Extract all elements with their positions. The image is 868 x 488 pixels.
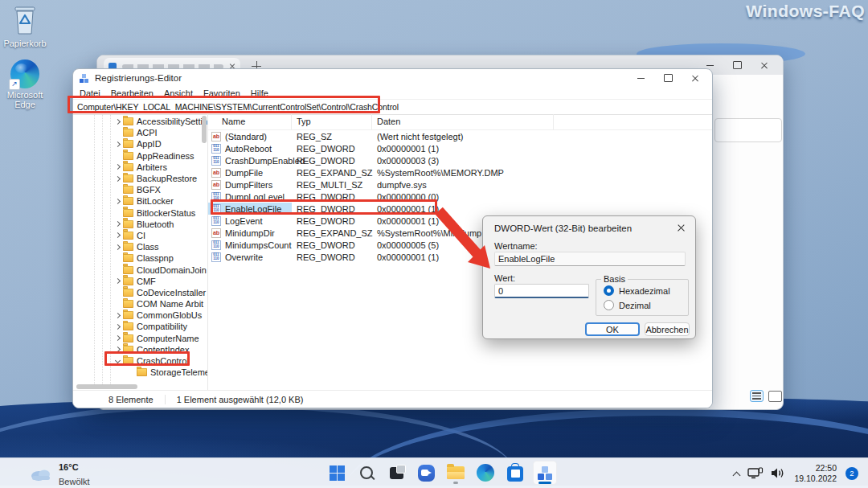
wertname-field[interactable] xyxy=(494,252,686,266)
tree-item[interactable]: CloudDomainJoin xyxy=(73,264,207,275)
chat-button[interactable] xyxy=(414,461,438,485)
maximize-button[interactable] xyxy=(723,55,751,75)
cancel-button[interactable]: Abbrechen xyxy=(645,322,690,336)
chevron-icon[interactable] xyxy=(113,334,121,342)
menu-item[interactable]: Datei xyxy=(80,88,100,98)
explorer-search-box[interactable] xyxy=(714,118,782,142)
tree-item[interactable]: BitlockerStatus xyxy=(73,207,207,219)
chevron-icon[interactable] xyxy=(113,232,121,240)
registry-row[interactable]: CrashDumpEnabled REG_DWORD 0x00000003 (3… xyxy=(208,154,712,166)
network-display-icon[interactable] xyxy=(747,467,764,480)
time: 22:50 xyxy=(816,463,837,473)
value-data: 0x00000001 (1) xyxy=(372,144,439,154)
close-button[interactable] xyxy=(682,69,709,87)
ok-button[interactable]: OK xyxy=(585,322,640,336)
radio-icon[interactable] xyxy=(604,300,614,310)
maximize-button[interactable] xyxy=(654,69,682,87)
tree-item[interactable]: AppReadiness xyxy=(73,150,207,162)
wert-input[interactable] xyxy=(494,284,589,298)
chevron-icon[interactable] xyxy=(113,322,121,330)
chevron-icon[interactable] xyxy=(113,163,121,171)
folder-icon xyxy=(123,186,133,194)
close-button[interactable] xyxy=(751,55,778,75)
chevron-icon[interactable] xyxy=(113,311,121,319)
radio-icon-selected[interactable] xyxy=(604,285,614,296)
menu-item[interactable]: Ansicht xyxy=(164,88,193,98)
column-header-typ[interactable]: Typ xyxy=(292,114,372,129)
chevron-icon[interactable] xyxy=(113,357,121,365)
value-type: REG_DWORD xyxy=(292,156,372,166)
value-type: REG_DWORD xyxy=(292,216,372,226)
chevron-icon[interactable] xyxy=(113,243,121,251)
tree-horizontal-scrollbar[interactable] xyxy=(76,384,137,389)
tree-item[interactable]: BackupRestore xyxy=(73,173,207,184)
registry-row[interactable]: EnableLogFile REG_DWORD 0x00000001 (1) xyxy=(208,203,712,215)
tree-item[interactable]: BitLocker xyxy=(73,195,207,207)
tree-vertical-scrollbar[interactable] xyxy=(202,116,207,143)
registry-row[interactable]: DumpFile REG_EXPAND_SZ %SystemRoot%\MEMO… xyxy=(208,166,712,178)
tree-item[interactable]: StorageTeleme xyxy=(73,367,207,378)
dialog-close-icon[interactable] xyxy=(677,223,686,232)
tree-item[interactable]: Bluetooth xyxy=(73,219,207,230)
chevron-icon[interactable] xyxy=(113,174,121,182)
tree-item[interactable]: BGFX xyxy=(73,184,207,195)
minimize-button[interactable] xyxy=(627,69,654,87)
speaker-icon[interactable] xyxy=(771,467,785,479)
tree-item[interactable]: CMF xyxy=(73,276,207,287)
tree-item[interactable]: CrashControl xyxy=(73,355,207,367)
desktop-icon-recycle-bin[interactable]: Papierkorb xyxy=(0,5,50,48)
chevron-icon[interactable] xyxy=(113,117,121,125)
regedit-taskbar-button[interactable] xyxy=(533,461,557,485)
chevron-icon[interactable] xyxy=(113,197,121,205)
tree-item[interactable]: AccessibilitySettin xyxy=(73,116,207,127)
tree-item[interactable]: COM Name Arbit xyxy=(73,298,207,310)
tray-chevron-up-icon[interactable] xyxy=(733,471,740,478)
value-name: (Standard) xyxy=(225,132,267,141)
tree-item-label: AppID xyxy=(137,139,162,149)
clock[interactable]: 22:50 19.10.2022 xyxy=(794,463,837,483)
details-view-toggle[interactable] xyxy=(750,390,764,402)
menu-item[interactable]: Hilfe xyxy=(251,88,268,98)
chevron-icon[interactable] xyxy=(113,140,121,148)
column-header-name[interactable]: Name xyxy=(208,114,292,129)
menu-item[interactable]: Bearbeiten xyxy=(111,88,154,98)
tree-item[interactable]: ComputerName xyxy=(73,333,207,344)
desktop-icon-edge[interactable]: ↗ Microsoft Edge xyxy=(0,59,50,109)
tree-item[interactable]: CI xyxy=(73,230,207,241)
tree-item-label: CloudDomainJoin xyxy=(137,265,207,275)
tree-item[interactable]: CoDeviceInstaller xyxy=(73,287,207,298)
tree-item[interactable]: ContentIndex xyxy=(73,344,207,355)
chevron-icon[interactable] xyxy=(113,346,121,354)
tree-item[interactable]: ACPI xyxy=(73,127,207,138)
notification-badge[interactable]: 2 xyxy=(845,467,858,480)
tree-item[interactable]: Arbiters xyxy=(73,162,207,173)
tree-item[interactable]: AppID xyxy=(73,138,207,150)
edge-button[interactable] xyxy=(473,461,497,485)
folder-icon xyxy=(123,232,133,240)
task-view-button[interactable] xyxy=(384,461,408,485)
chevron-icon[interactable] xyxy=(113,277,121,285)
start-button[interactable] xyxy=(325,461,349,485)
tree-item[interactable]: Compatibility xyxy=(73,321,207,332)
tree-item-label: CommonGlobUs xyxy=(137,310,202,320)
address-bar[interactable]: Computer\HKEY_LOCAL_MACHINE\SYSTEM\Curre… xyxy=(73,99,712,115)
tree-item[interactable]: Class xyxy=(73,241,207,252)
tree-item[interactable]: CommonGlobUs xyxy=(73,310,207,321)
registry-row[interactable]: DumpLogLevel REG_DWORD 0x00000000 (0) xyxy=(208,191,712,203)
registry-row[interactable]: AutoReboot REG_DWORD 0x00000001 (1) xyxy=(208,142,712,154)
registry-row[interactable]: DumpFilters REG_MULTI_SZ dumpfve.sys xyxy=(208,178,712,191)
menu-bar: DateiBearbeitenAnsichtFavoritenHilfe xyxy=(73,87,712,99)
chevron-icon[interactable] xyxy=(113,220,121,228)
desktop: Windows-FAQ Papierkorb ↗ Microsoft Edge xyxy=(0,0,868,488)
tree-item[interactable]: Classpnp xyxy=(73,252,207,264)
registry-row[interactable]: (Standard) REG_SZ (Wert nicht festgelegt… xyxy=(208,130,712,142)
thumbnail-view-toggle[interactable] xyxy=(768,391,782,402)
weather-widget[interactable]: 16°C Bewölkt xyxy=(29,461,90,486)
menu-item[interactable]: Favoriten xyxy=(203,88,240,98)
file-explorer-button[interactable] xyxy=(444,461,468,485)
radio-dezimal[interactable]: Dezimal xyxy=(604,300,651,310)
store-button[interactable] xyxy=(503,461,527,485)
search-button[interactable] xyxy=(354,461,379,485)
column-header-daten[interactable]: Daten xyxy=(372,114,554,129)
radio-hexadezimal[interactable]: Hexadezimal xyxy=(604,285,670,296)
